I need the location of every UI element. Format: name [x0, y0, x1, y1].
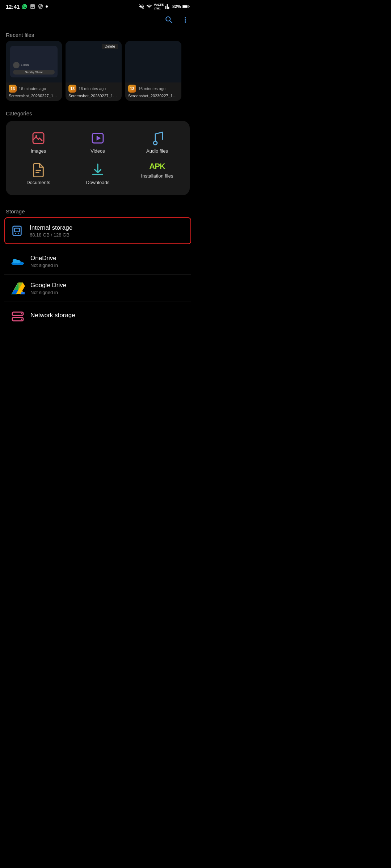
googledrive-icon: [12, 282, 25, 294]
onedrive-icon: [11, 256, 25, 266]
googledrive-name: Google Drive: [30, 282, 66, 289]
gallery-icon: [30, 4, 35, 9]
downloads-label: Downloads: [86, 180, 109, 185]
internal-storage-info: Internal storage 68.18 GB / 128 GB: [30, 224, 72, 238]
more-options-icon[interactable]: [181, 16, 190, 24]
storage-item-googledrive[interactable]: Google Drive Not signed in: [4, 275, 191, 302]
category-downloads[interactable]: Downloads: [69, 159, 127, 188]
svg-point-26: [21, 313, 22, 315]
categories-grid: Images Videos Audio files: [9, 128, 186, 188]
videos-label: Videos: [91, 148, 105, 154]
svg-rect-8: [14, 228, 20, 232]
file-thumbnail: 1 item Nearby Share: [6, 41, 62, 82]
recent-file-card[interactable]: 1 item Nearby Share 13 16 minutes ago Sc…: [6, 41, 62, 101]
category-apk[interactable]: APK Installation files: [128, 159, 186, 188]
storage-item-onedrive[interactable]: OneDrive Not signed in: [4, 248, 191, 275]
battery-percentage: 82%: [172, 4, 181, 9]
storage-title: Storage: [0, 205, 196, 217]
notification-dot: [46, 5, 48, 8]
internal-storage-icon-wrap: [9, 223, 25, 238]
app-badge: 13: [128, 85, 136, 93]
internal-storage-sub: 68.18 GB / 128 GB: [30, 232, 72, 238]
file-thumbnail: Delete: [66, 41, 122, 82]
googledrive-sub: Not signed in: [30, 290, 66, 295]
status-right: VoLTELTE1 82%: [139, 3, 190, 10]
images-icon: [31, 131, 46, 145]
file-name: Screenshot_20230227_122445...: [128, 94, 178, 98]
storage-item-network[interactable]: Network storage: [4, 302, 191, 329]
network-storage-info: Network storage: [30, 312, 75, 319]
apk-label: Installation files: [141, 173, 173, 179]
file-time: 16 minutes ago: [79, 86, 106, 91]
category-audio[interactable]: Audio files: [128, 128, 186, 157]
status-time: 12:41: [6, 4, 20, 10]
category-images[interactable]: Images: [9, 128, 67, 157]
recent-files-scroll: 1 item Nearby Share 13 16 minutes ago Sc…: [0, 41, 196, 107]
images-label: Images: [31, 148, 46, 154]
file-name: Screenshot_20230227_122452...: [68, 94, 119, 98]
file-info: 13 16 minutes ago Screenshot_20230227_12…: [125, 82, 181, 101]
app-badge: 13: [68, 85, 76, 93]
file-info: 13 16 minutes ago Screenshot_20230227_12…: [66, 82, 122, 101]
status-left: 12:41: [6, 4, 48, 10]
wifi-icon: [146, 4, 152, 9]
svg-point-14: [13, 259, 17, 264]
documents-icon: [31, 162, 46, 177]
battery-icon: [182, 4, 190, 9]
whatsapp-icon: [22, 4, 28, 9]
svg-point-27: [21, 319, 22, 320]
onedrive-sub: Not signed in: [30, 263, 58, 268]
documents-label: Documents: [26, 180, 50, 185]
network-storage-icon-wrap: [10, 308, 25, 323]
recent-file-card[interactable]: Delete 13 16 minutes ago Screenshot_2023…: [66, 41, 122, 101]
file-time: 16 minutes ago: [138, 86, 165, 91]
videos-icon: [91, 131, 105, 145]
svg-marker-6: [97, 136, 101, 140]
internal-storage-name: Internal storage: [30, 224, 72, 231]
mute-icon: [139, 4, 144, 9]
network-storage-name: Network storage: [30, 312, 75, 319]
categories-box: Images Videos Audio files: [6, 121, 190, 195]
app-badge: 13: [9, 85, 17, 93]
volte-indicator: VoLTELTE1: [154, 3, 164, 10]
file-thumbnail: [125, 41, 181, 82]
svg-point-10: [18, 233, 19, 234]
onedrive-icon-wrap: [10, 254, 25, 269]
file-info: 13 16 minutes ago Screenshot_20230227_12…: [6, 82, 62, 101]
onedrive-info: OneDrive Not signed in: [30, 255, 58, 268]
search-icon[interactable]: [164, 15, 174, 25]
signal-icon: [165, 4, 171, 9]
file-name: Screenshot_20230227_1225...: [9, 94, 59, 98]
network-storage-icon: [11, 309, 24, 322]
downloads-icon: [91, 162, 105, 177]
recent-file-card[interactable]: 13 16 minutes ago Screenshot_20230227_12…: [125, 41, 181, 101]
svg-rect-2: [183, 5, 188, 8]
googledrive-info: Google Drive Not signed in: [30, 282, 66, 295]
storage-section: Storage Internal storage 68.18 GB / 128 …: [0, 201, 196, 329]
googledrive-icon-wrap: [10, 281, 25, 296]
file-time: 16 minutes ago: [19, 86, 46, 91]
svg-rect-1: [189, 6, 190, 7]
apk-icon: APK: [149, 162, 165, 170]
app-header: [0, 12, 196, 28]
onedrive-name: OneDrive: [30, 255, 58, 262]
status-bar: 12:41 VoLTELTE1 82%: [0, 0, 196, 12]
audio-label: Audio files: [146, 148, 168, 154]
svg-point-9: [15, 233, 16, 234]
secure-folder-icon: [38, 4, 43, 9]
internal-storage-icon: [11, 225, 23, 237]
audio-icon: [150, 131, 164, 145]
recent-files-title: Recent files: [0, 28, 196, 41]
delete-label: Delete: [102, 44, 118, 49]
categories-title: Categories: [0, 107, 196, 119]
storage-item-internal[interactable]: Internal storage 68.18 GB / 128 GB: [4, 217, 191, 244]
category-videos[interactable]: Videos: [69, 128, 127, 157]
category-documents[interactable]: Documents: [9, 159, 67, 188]
